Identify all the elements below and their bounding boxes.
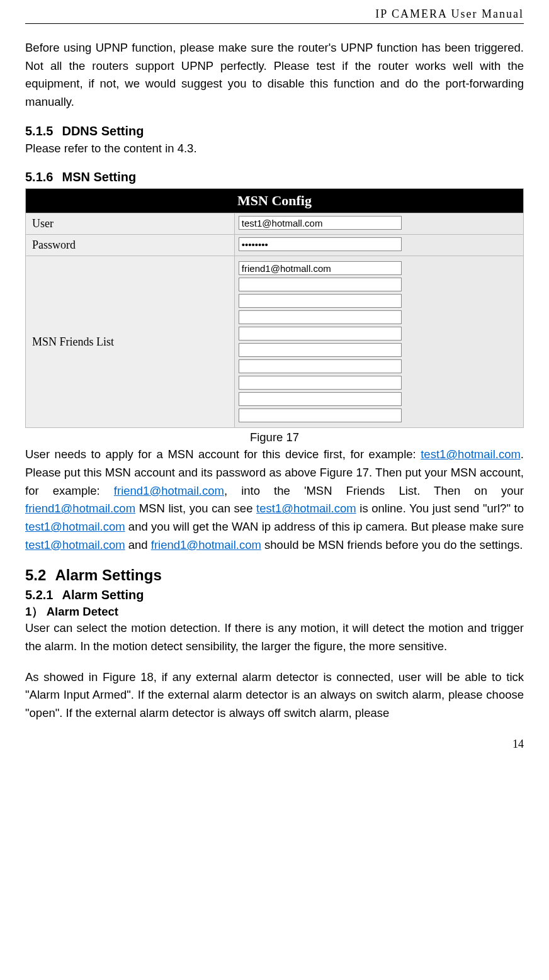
link-friend1-1[interactable]: friend1@hotmail.com xyxy=(114,484,224,497)
msn-friends-input-cell xyxy=(235,256,523,427)
msn-friend-input-4[interactable] xyxy=(239,327,402,341)
msn-config-title: MSN Config xyxy=(26,189,523,213)
alarm-detect-text: User can select the motion detection. If… xyxy=(25,619,524,655)
link-friend1-3[interactable]: friend1@hotmail.com xyxy=(151,538,261,551)
intro-paragraph: Before using UPNP function, please make … xyxy=(25,39,524,111)
msn-friend-input-3[interactable] xyxy=(239,310,402,324)
msn-t1: User needs to apply for a MSN account fo… xyxy=(25,448,421,461)
msn-t3: , into the 'MSN Friends List. Then on yo… xyxy=(224,484,524,497)
figure-17-container: MSN Config User Password MSN Friends Lis… xyxy=(25,188,524,428)
msn-password-label: Password xyxy=(26,235,235,256)
msn-friend-input-0[interactable] xyxy=(239,261,402,275)
msn-friend-input-6[interactable] xyxy=(239,359,402,373)
msn-password-row: Password xyxy=(26,235,523,256)
text-515: Please refer to the content in 4.3. xyxy=(25,140,524,158)
msn-friends-label: MSN Friends List xyxy=(26,256,235,427)
msn-friend-input-8[interactable] xyxy=(239,392,402,406)
alarm-fig18-text: As showed in Figure 18, if any external … xyxy=(25,668,524,723)
heading-title-52: Alarm Settings xyxy=(55,566,161,583)
msn-friends-input-list xyxy=(239,259,519,425)
msn-t7: and xyxy=(125,538,151,551)
msn-user-row: User xyxy=(26,213,523,235)
link-test1-1[interactable]: test1@hotmail.com xyxy=(421,448,521,461)
heading-num-52: 5.2 xyxy=(25,566,46,584)
msn-config-panel: MSN Config User Password MSN Friends Lis… xyxy=(25,188,524,428)
heading-title-521: Alarm Setting xyxy=(62,588,144,602)
msn-t5: is online. You just send "url?" to xyxy=(356,502,524,515)
heading-title-516: MSN Setting xyxy=(62,170,136,184)
alarm-detect-heading: 1） Alarm Detect xyxy=(25,604,524,619)
heading-title-515: DDNS Setting xyxy=(62,124,144,138)
msn-friend-input-9[interactable] xyxy=(239,408,402,422)
heading-521: 5.2.1Alarm Setting xyxy=(25,588,524,602)
heading-num-521: 5.2.1 xyxy=(25,588,53,602)
msn-password-input-cell xyxy=(235,235,523,256)
link-test1-3[interactable]: test1@hotmail.com xyxy=(25,520,125,533)
figure-17-caption: Figure 17 xyxy=(25,431,524,444)
link-friend1-2[interactable]: friend1@hotmail.com xyxy=(25,502,135,515)
msn-friend-input-1[interactable] xyxy=(239,278,402,291)
heading-num-516: 5.1.6 xyxy=(25,170,53,184)
msn-friend-input-7[interactable] xyxy=(239,376,402,390)
msn-t8: should be MSN friends before you do the … xyxy=(261,538,523,551)
heading-num-515: 5.1.5 xyxy=(25,124,53,138)
msn-user-input[interactable] xyxy=(239,216,402,230)
msn-friends-row: MSN Friends List xyxy=(26,256,523,427)
heading-516: 5.1.6MSN Setting xyxy=(25,170,524,184)
msn-t6: and you will get the WAN ip address of t… xyxy=(125,520,524,533)
msn-user-input-cell xyxy=(235,213,523,234)
heading-515: 5.1.5DDNS Setting xyxy=(25,124,524,138)
page-header: IP CAMERA User Manual xyxy=(25,8,524,24)
msn-friend-input-2[interactable] xyxy=(239,294,402,308)
msn-t4: MSN list, you can see xyxy=(135,502,256,515)
msn-friend-input-5[interactable] xyxy=(239,343,402,357)
heading-52: 5.2Alarm Settings xyxy=(25,566,524,584)
link-test1-2[interactable]: test1@hotmail.com xyxy=(256,502,356,515)
msn-user-label: User xyxy=(26,213,235,234)
link-test1-4[interactable]: test1@hotmail.com xyxy=(25,538,125,551)
page-number: 14 xyxy=(25,738,524,751)
msn-paragraph: User needs to apply for a MSN account fo… xyxy=(25,446,524,554)
msn-password-input[interactable] xyxy=(239,237,402,251)
